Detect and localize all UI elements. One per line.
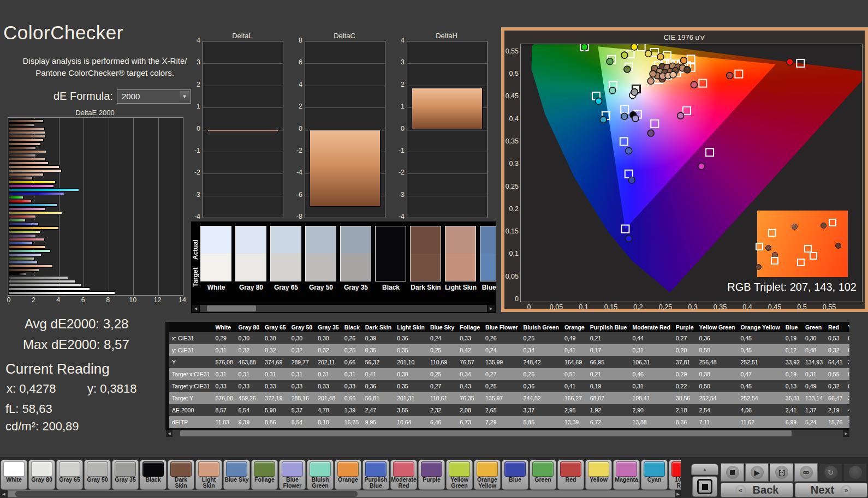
reading-x: x: 0,4278 — [7, 382, 56, 396]
single-measure-icon: [··] — [775, 466, 788, 479]
patch-color-chip — [449, 461, 470, 477]
gridline — [407, 196, 487, 196]
cie-x-tick: 0 — [515, 303, 543, 311]
table-cell: 288,16 — [289, 392, 316, 404]
swatch-label: Gray 65 — [268, 284, 304, 295]
table-cell: 0,33 — [342, 380, 362, 392]
table-cell: 248,42 — [521, 356, 562, 368]
table-scrollbar-thumb[interactable] — [180, 430, 792, 436]
patch-color-chip — [254, 461, 275, 477]
patch-button-blue-flower[interactable]: Blue Flower — [279, 460, 306, 490]
table-cell: 256,48 — [697, 356, 738, 368]
y-tick-label: -3 — [390, 191, 405, 199]
target-marker — [638, 44, 645, 51]
patch-button-orange-yellow[interactable]: Orange Yellow — [474, 460, 501, 490]
patch-button-foliage[interactable]: Foliage — [251, 460, 278, 490]
patchbar-scroll-left-button[interactable]: ◀ — [1, 490, 7, 497]
patch-button-label: Yellow — [586, 477, 611, 489]
y-tick-label: 0 — [186, 125, 200, 133]
deltae-bar — [9, 135, 46, 138]
table-cell: 0,36 — [697, 332, 738, 344]
deltae-bar-gray-50 — [9, 280, 75, 283]
table-cell: 106,31 — [629, 356, 673, 368]
swatch-scrollbar-thumb[interactable] — [207, 305, 256, 311]
table-cell: 0,43 — [845, 332, 849, 344]
stop-button[interactable] — [721, 463, 744, 482]
deltae-bar-bluish-green — [9, 249, 51, 253]
patch-button-label: White — [1, 477, 27, 489]
subtitle-line2: Pantone ColorChecker® target colors. — [13, 67, 197, 79]
table-scroll-left-button[interactable]: ◀ — [166, 430, 173, 437]
patch-button-moderate-red[interactable]: Moderate Red — [390, 460, 417, 490]
gridline — [203, 86, 283, 86]
patch-button-label: Orange — [335, 477, 361, 489]
table-cell: 11,83 — [212, 416, 235, 428]
y-tick-label: 0 — [288, 125, 302, 133]
patch-color-chip — [87, 461, 108, 477]
patch-button-gray-50[interactable]: Gray 50 — [84, 460, 111, 490]
cie-y-tick: 0,5 — [504, 70, 519, 77]
patch-button-label: Blue Sky — [224, 477, 249, 489]
chevron-down-icon[interactable]: ▼ — [180, 91, 189, 102]
patch-color-chip — [616, 461, 637, 477]
swatch-scroll-left-button[interactable]: ◀ — [192, 305, 199, 312]
patch-button-bluish-green[interactable]: Bluish Green — [307, 460, 334, 490]
patch-button-green[interactable]: Green — [530, 460, 556, 490]
back-arrow-icon: « — [735, 485, 746, 496]
row-label: dEITP — [169, 416, 212, 428]
patch-button-red[interactable]: Red — [557, 460, 584, 490]
inactive-button[interactable] — [843, 463, 867, 482]
table-cell: 4,30 — [845, 404, 849, 416]
column-header: White — [212, 322, 235, 332]
de-formula-dropdown[interactable]: 2000 ▼ — [117, 89, 191, 104]
deltae-bar — [9, 139, 44, 142]
table-cell: 11,62 — [738, 416, 782, 428]
next-button[interactable]: Next » — [795, 483, 867, 497]
page-title: ColorChecker — [3, 22, 123, 44]
patch-button-gray-35[interactable]: Gray 35 — [112, 460, 139, 490]
continuous-measure-button[interactable]: ∞ — [794, 463, 818, 482]
back-button[interactable]: « Back — [721, 483, 793, 497]
refresh-button[interactable]: ↻ — [819, 463, 842, 482]
table-row: Target Y576,08459,26372,19288,16201,480,… — [169, 392, 849, 404]
patch-button-black[interactable]: Black — [140, 460, 167, 490]
play-button[interactable]: ▶ — [745, 463, 769, 482]
patch-button-blue[interactable]: Blue — [502, 460, 528, 490]
patchbar-scrollbar-thumb[interactable] — [15, 491, 358, 497]
y-tick-label: -4 — [186, 213, 200, 220]
table-cell: 8,18 — [315, 416, 342, 428]
panel-up-button[interactable]: ▲ — [691, 464, 718, 475]
y-tick-label: -6 — [288, 191, 302, 199]
table-cell: 7,11 — [697, 416, 738, 428]
table-cell: 0,27 — [427, 380, 457, 392]
swatch-scroll-right-button[interactable]: ▶ — [487, 305, 495, 312]
patch-button-yellow-green[interactable]: Yellow Green — [446, 460, 473, 490]
patch-button-blue-sky[interactable]: Blue Sky — [223, 460, 250, 490]
measured-marker — [691, 81, 697, 88]
patch-button-dark-skin[interactable]: Dark Skin — [168, 460, 194, 490]
patch-button-yellow[interactable]: Yellow — [585, 460, 612, 490]
patch-button-label: Gray 80 — [29, 477, 55, 489]
deltae-bar — [9, 177, 33, 180]
patch-button-purple[interactable]: Purple — [418, 460, 445, 490]
y-tick-label: -2 — [186, 169, 200, 176]
table-scroll-right-button[interactable]: ▶ — [843, 430, 849, 437]
stop-pattern-button[interactable] — [692, 476, 717, 497]
table-cell: 0,66 — [342, 392, 362, 404]
patch-button-white[interactable]: White — [1, 460, 27, 490]
table-cell: 13,39 — [562, 416, 587, 428]
single-measure-button[interactable]: [··] — [770, 463, 793, 482]
patch-button-gray-80[interactable]: Gray 80 — [28, 460, 55, 490]
table-row: Target x:CIE310,310,310,310,310,310,310,… — [169, 368, 849, 380]
table-cell: 2,65 — [483, 404, 521, 416]
table-cell: 289,77 — [289, 356, 316, 368]
patch-button-light-skin[interactable]: Light Skin — [195, 460, 222, 490]
patch-button-label: Gray 65 — [57, 477, 82, 489]
patch-button-cyan[interactable]: Cyan — [641, 460, 668, 490]
patch-button-orange[interactable]: Orange — [335, 460, 361, 490]
patch-button-purplish-blue[interactable]: Purplish Blue — [362, 460, 389, 490]
measured-marker — [632, 115, 639, 122]
cie-x-tick: 0,35 — [706, 303, 734, 311]
patch-button-magenta[interactable]: Magenta — [613, 460, 640, 490]
patch-button-gray-65[interactable]: Gray 65 — [56, 460, 83, 490]
